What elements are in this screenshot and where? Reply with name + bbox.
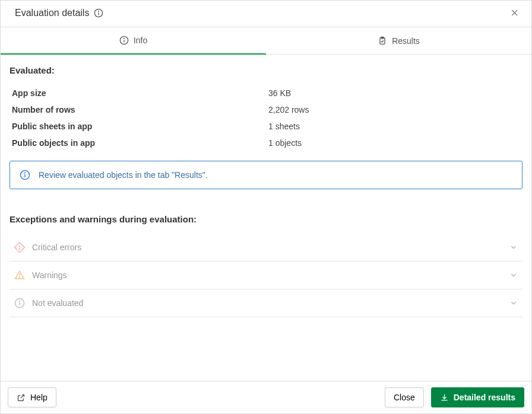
- svg-point-15: [20, 277, 20, 278]
- accordion-warnings[interactable]: Warnings: [10, 262, 522, 289]
- critical-error-icon: [14, 242, 25, 253]
- external-link-icon: [17, 393, 26, 402]
- tabs: Info Results: [1, 27, 531, 55]
- table-row: Public sheets in app 1 sheets: [10, 118, 522, 135]
- warnings-label: Warnings: [32, 270, 67, 280]
- sheets-value: 1 sheets: [268, 122, 300, 131]
- accordion-not-evaluated[interactable]: Not evaluated: [10, 289, 522, 317]
- evaluated-heading: Evaluated:: [10, 65, 522, 75]
- chevron-down-icon: [509, 271, 518, 279]
- num-rows-value: 2,202 rows: [268, 105, 309, 114]
- svg-point-13: [20, 249, 20, 250]
- table-row: Number of rows 2,202 rows: [10, 101, 522, 118]
- close-button-label: Close: [394, 393, 415, 402]
- app-size-value: 36 KB: [268, 88, 291, 98]
- table-row: Public objects in app 1 objects: [10, 135, 522, 151]
- svg-point-5: [124, 39, 124, 39]
- download-icon: [440, 393, 449, 402]
- critical-errors-label: Critical errors: [32, 243, 81, 252]
- chevron-down-icon: [509, 299, 518, 307]
- accordion-critical-errors[interactable]: Critical errors: [10, 234, 522, 262]
- review-message: Review evaluated objects in the tab "Res…: [39, 170, 208, 180]
- info-icon: [20, 170, 30, 180]
- help-button[interactable]: Help: [8, 387, 56, 407]
- svg-point-10: [25, 173, 26, 173]
- warning-icon: [14, 270, 25, 281]
- tab-info-label: Info: [134, 36, 147, 45]
- close-icon[interactable]: ×: [508, 7, 521, 20]
- not-evaluated-label: Not evaluated: [32, 298, 83, 308]
- objects-label: Public objects in app: [12, 138, 268, 148]
- chevron-down-icon: [509, 243, 518, 251]
- svg-point-18: [20, 301, 20, 301]
- info-icon: [119, 36, 129, 45]
- sheets-label: Public sheets in app: [12, 122, 268, 131]
- exceptions-heading: Exceptions and warnings during evaluatio…: [10, 214, 522, 224]
- objects-value: 1 objects: [268, 138, 302, 148]
- review-callout: Review evaluated objects in the tab "Res…: [10, 161, 522, 189]
- tab-results[interactable]: Results: [266, 27, 531, 54]
- tab-info[interactable]: Info: [1, 27, 266, 55]
- tab-results-label: Results: [392, 36, 420, 46]
- close-button[interactable]: Close: [385, 387, 424, 407]
- info-icon: [14, 298, 25, 308]
- info-icon[interactable]: [94, 8, 103, 18]
- num-rows-label: Number of rows: [12, 105, 268, 114]
- clipboard-check-icon: [378, 36, 387, 46]
- modal-title: Evaluation details: [15, 8, 89, 18]
- detailed-results-label: Detailed results: [454, 393, 515, 402]
- svg-point-2: [99, 11, 99, 12]
- detailed-results-button[interactable]: Detailed results: [431, 387, 524, 407]
- help-button-label: Help: [30, 393, 48, 402]
- table-row: App size 36 KB: [10, 85, 522, 101]
- app-size-label: App size: [12, 88, 268, 98]
